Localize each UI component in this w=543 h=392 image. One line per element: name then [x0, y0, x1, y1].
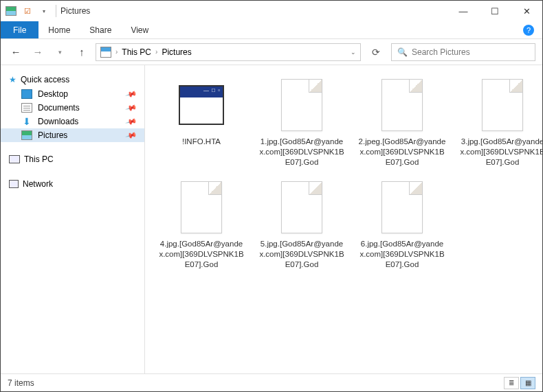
- blank-file-icon: [478, 78, 527, 132]
- breadcrumb[interactable]: › This PC › Pictures ⌄: [96, 43, 361, 61]
- file-list[interactable]: !INFO.HTA1.jpg.[God85Ar@yandex.com][369D…: [145, 65, 542, 373]
- documents-icon: [21, 103, 32, 113]
- pictures-icon: [21, 130, 32, 140]
- explorer-icon: [3, 3, 19, 19]
- tab-view[interactable]: View: [121, 21, 158, 38]
- file-item[interactable]: !INFO.HTA: [157, 78, 245, 168]
- divider: [56, 5, 56, 17]
- pc-icon: [9, 155, 20, 163]
- file-label: !INFO.HTA: [182, 137, 221, 147]
- window-controls: ― ☐ ✕: [447, 1, 542, 21]
- blank-file-icon: [378, 180, 426, 235]
- sidebar-item-label: Desktop: [38, 89, 68, 99]
- tab-file[interactable]: File: [1, 21, 38, 38]
- pin-icon: 📌: [125, 115, 138, 128]
- sidebar-network[interactable]: Network: [1, 176, 144, 192]
- pin-icon: 📌: [125, 88, 138, 100]
- sidebar-item-label: Documents: [38, 103, 80, 113]
- navigation-bar: ← → ▾ ↑ › This PC › Pictures ⌄ ⟳ 🔍 Searc…: [1, 39, 542, 65]
- file-item[interactable]: 4.jpg.[God85Ar@yandex.com][369DLVSPNK1BE…: [157, 180, 245, 270]
- thispc-label: This PC: [24, 154, 54, 164]
- file-label: 6.jpg.[God85Ar@yandex.com][369DLVSPNK1BE…: [358, 239, 446, 270]
- network-icon: [9, 180, 19, 188]
- blank-file-icon: [278, 180, 326, 235]
- help-button[interactable]: ?: [520, 21, 537, 38]
- view-switcher: ≣ ▦: [504, 377, 535, 389]
- hta-file-icon: [177, 78, 225, 132]
- search-placeholder: Search Pictures: [412, 47, 470, 57]
- forward-button[interactable]: →: [30, 46, 46, 58]
- breadcrumb-dropdown-icon[interactable]: ⌄: [351, 49, 356, 56]
- chevron-right-icon[interactable]: ›: [155, 48, 157, 56]
- breadcrumb-item[interactable]: Pictures: [162, 47, 191, 57]
- icons-view-button[interactable]: ▦: [520, 377, 535, 389]
- ribbon-tabs: File Home Share View ?: [1, 21, 542, 39]
- star-icon: ★: [9, 75, 16, 84]
- network-label: Network: [23, 179, 53, 189]
- navigation-pane: ★ Quick access Desktop 📌 Documents 📌 ⬇ D…: [1, 65, 145, 373]
- recent-dropdown-icon[interactable]: ▾: [52, 49, 68, 56]
- status-bar: 7 items ≣ ▦: [1, 373, 542, 391]
- qat-dropdown-icon[interactable]: ▾: [36, 3, 52, 19]
- tab-home[interactable]: Home: [38, 21, 80, 38]
- sidebar-item-desktop[interactable]: Desktop 📌: [1, 87, 144, 101]
- refresh-button[interactable]: ⟳: [366, 47, 386, 58]
- pin-icon: 📌: [125, 129, 138, 141]
- file-label: 5.jpg.[God85Ar@yandex.com][369DLVSPNK1BE…: [258, 239, 346, 270]
- search-icon: 🔍: [397, 47, 408, 57]
- file-label: 4.jpg.[God85Ar@yandex.com][369DLVSPNK1BE…: [157, 239, 245, 270]
- file-item[interactable]: 1.jpg.[God85Ar@yandex.com][369DLVSPNK1BE…: [258, 78, 346, 168]
- sidebar-item-label: Pictures: [38, 130, 67, 140]
- file-label: 2.jpeg.[God85Ar@yandex.com][369DLVSPNK1B…: [358, 137, 446, 168]
- chevron-right-icon[interactable]: ›: [115, 48, 118, 56]
- file-label: 3.jpg.[God85Ar@yandex.com][369DLVSPNK1BE…: [458, 137, 542, 168]
- pin-icon: 📌: [125, 102, 138, 114]
- details-view-button[interactable]: ≣: [504, 377, 519, 389]
- file-item[interactable]: 6.jpg.[God85Ar@yandex.com][369DLVSPNK1BE…: [358, 180, 446, 270]
- up-button[interactable]: ↑: [74, 46, 90, 58]
- main-area: ★ Quick access Desktop 📌 Documents 📌 ⬇ D…: [1, 65, 542, 373]
- sidebar-quick-access[interactable]: ★ Quick access: [1, 72, 144, 87]
- item-count: 7 items: [8, 378, 34, 388]
- downloads-icon: ⬇: [21, 117, 32, 126]
- quick-access-toolbar: ☑ ▾: [3, 3, 52, 19]
- back-button[interactable]: ←: [8, 46, 24, 58]
- desktop-icon: [21, 89, 32, 99]
- sidebar-item-downloads[interactable]: ⬇ Downloads 📌: [1, 115, 144, 128]
- location-icon: [100, 47, 111, 58]
- properties-icon[interactable]: ☑: [20, 3, 35, 19]
- sidebar-this-pc[interactable]: This PC: [1, 152, 144, 167]
- file-item[interactable]: 3.jpg.[God85Ar@yandex.com][369DLVSPNK1BE…: [458, 78, 542, 168]
- search-input[interactable]: 🔍 Search Pictures: [391, 43, 535, 61]
- file-label: 1.jpg.[God85Ar@yandex.com][369DLVSPNK1BE…: [258, 137, 346, 168]
- file-item[interactable]: 5.jpg.[God85Ar@yandex.com][369DLVSPNK1BE…: [258, 180, 346, 270]
- window-title: Pictures: [60, 6, 90, 16]
- sidebar-item-label: Downloads: [38, 117, 78, 126]
- close-button[interactable]: ✕: [511, 1, 542, 21]
- tab-share[interactable]: Share: [80, 21, 121, 38]
- blank-file-icon: [177, 180, 225, 235]
- maximize-button[interactable]: ☐: [479, 1, 511, 21]
- minimize-button[interactable]: ―: [447, 1, 479, 21]
- sidebar-item-pictures[interactable]: Pictures 📌: [1, 128, 144, 142]
- blank-file-icon: [378, 78, 426, 132]
- title-bar: ☑ ▾ Pictures ― ☐ ✕: [1, 1, 542, 21]
- blank-file-icon: [278, 78, 326, 132]
- sidebar-item-documents[interactable]: Documents 📌: [1, 101, 144, 115]
- breadcrumb-item[interactable]: This PC: [122, 47, 151, 57]
- quick-access-label: Quick access: [21, 75, 69, 84]
- file-item[interactable]: 2.jpeg.[God85Ar@yandex.com][369DLVSPNK1B…: [358, 78, 446, 168]
